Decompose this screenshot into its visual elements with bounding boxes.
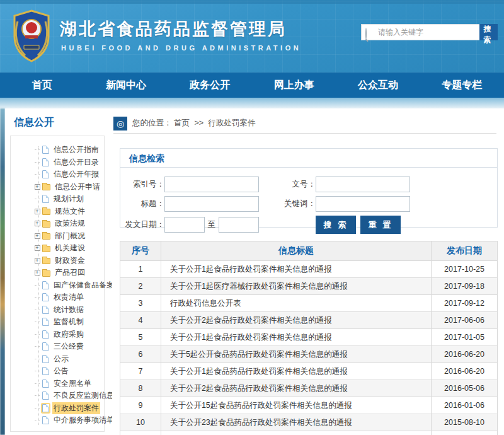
folder-icon — [42, 221, 50, 228]
nav-item-online[interactable]: 网上办事 — [252, 72, 336, 98]
info-search-panel: 信息检索 索引号： 文号： 标题： 关键词： 发文日期： 至 — [120, 148, 498, 228]
sidebar-item[interactable]: 监督机制 — [32, 316, 103, 328]
sidebar-item[interactable]: 国产保健食品备案 — [32, 279, 103, 292]
row-title-link[interactable]: 关于公开2起食品行政处罚案件相关信息的通报 — [161, 312, 431, 329]
keyword-input[interactable] — [316, 196, 410, 212]
sidebar-item[interactable]: 机关建设 — [32, 242, 103, 255]
table-row: 9 关于公开15起食品药品行政处罚案件相关信息的通报 2016-01-06 — [120, 397, 498, 414]
title-input[interactable] — [164, 196, 259, 212]
page: 湖北省食品药品监督管理局 HUBEI FOOD AND DRUG ADMINIS… — [0, 0, 504, 435]
sidebar-item[interactable]: 不良反应监测信息 — [32, 390, 103, 402]
tree-connector — [32, 245, 42, 251]
agency-emblem-logo — [9, 8, 54, 64]
sidebar-item[interactable]: 中介服务事项清单 — [32, 414, 103, 427]
row-title-link[interactable]: 关于公开1起食品药品行政处罚案件相关信息的通报 — [161, 363, 431, 380]
sidebar-item-active[interactable]: 行政处罚案件 — [32, 402, 103, 415]
date-to-label: 至 — [205, 219, 219, 230]
document-icon — [42, 306, 49, 314]
doc-no-input[interactable] — [316, 177, 410, 192]
panel-title: 信息检索 — [120, 149, 497, 168]
row-date: 2016-06-20 — [432, 363, 498, 380]
row-title-link[interactable]: 关于公开23起食品药品行政处罚案件相关信息的通报 — [161, 414, 431, 431]
row-date: 2017-01-05 — [432, 329, 498, 346]
row-title-link[interactable]: 关于公开1起食品行政处罚案件相关信息的通报 — [161, 261, 431, 278]
row-title-link[interactable]: 关于公开2起食品药品行政处罚案件相关信息的通报 — [161, 380, 431, 397]
expand-icon[interactable] — [35, 245, 40, 251]
header-search-input[interactable] — [361, 24, 479, 40]
site-title: 湖北省食品药品监督管理局 — [60, 18, 287, 40]
tree-connector — [32, 346, 42, 347]
sidebar-item[interactable]: 统计数据 — [32, 304, 103, 316]
title-label: 标题： — [120, 199, 164, 209]
sidebar-item[interactable]: 信息公开年报 — [32, 168, 103, 181]
table-row: 3 行政处罚信息公开表 2017-09-12 — [120, 295, 498, 312]
nav-item-special[interactable]: 专题专栏 — [420, 72, 504, 98]
nav-item-news[interactable]: 新闻中心 — [84, 72, 168, 98]
index-no-input[interactable] — [164, 177, 259, 192]
row-title-link[interactable]: 关于公开1起食品行政处罚案件相关信息的通报 — [161, 329, 431, 346]
breadcrumb: ◎ 您的位置： 首页 >> 行政处罚案件 — [113, 113, 496, 134]
row-title-link[interactable]: 关于公开15起食品药品行政处罚案件相关信息的通报 — [161, 397, 431, 414]
sidebar-tree: 信息公开指南 信息公开目录 信息公开年报 信息公开申请 规划计划 规范文件 政策… — [10, 136, 105, 432]
tree-connector — [32, 199, 42, 199]
document-icon — [42, 281, 49, 289]
date-to-input[interactable] — [219, 217, 259, 233]
row-no: 9 — [120, 397, 161, 414]
row-no: 1 — [120, 261, 161, 278]
table-row: 2 关于公开1起医疗器械行政处罚案件相关信息的通报 2017-09-18 — [120, 278, 498, 295]
sidebar-item[interactable]: 产品召回 — [32, 267, 103, 279]
row-title-link[interactable]: 关于5起公开食品药品行政处罚案件相关信息的通报 — [161, 346, 431, 363]
reset-button[interactable]: 重 置 — [360, 216, 401, 234]
folder-icon — [42, 246, 50, 252]
sidebar-item[interactable]: 政府采购 — [32, 328, 103, 341]
expand-icon[interactable] — [35, 270, 40, 276]
tree-connector — [32, 395, 42, 396]
expand-icon[interactable] — [35, 233, 40, 239]
date-from-input[interactable] — [164, 217, 205, 233]
sidebar-item[interactable]: 权责清单 — [32, 291, 103, 304]
row-date: 2017-09-12 — [432, 295, 498, 312]
tree-connector — [32, 285, 42, 286]
expand-icon[interactable] — [35, 258, 40, 264]
folder-icon — [42, 184, 50, 190]
sidebar-item[interactable]: 公示 — [32, 353, 103, 366]
row-date: 2016-05-06 — [432, 380, 498, 397]
sidebar-item[interactable]: 财政资金 — [32, 255, 103, 267]
document-icon — [42, 146, 49, 154]
tree-connector — [32, 174, 42, 175]
folder-icon — [42, 270, 50, 277]
document-icon — [42, 195, 49, 203]
expand-icon[interactable] — [35, 184, 40, 190]
expand-icon[interactable] — [35, 209, 40, 214]
nav-item-interact[interactable]: 公众互动 — [336, 72, 420, 98]
row-title-link[interactable]: 行政处罚信息公开表 — [161, 295, 431, 312]
row-title-link[interactable]: 关于公开1起医疗器械行政处罚案件相关信息的通报 — [161, 278, 431, 295]
document-icon — [42, 404, 49, 412]
breadcrumb-home-link[interactable]: 首页 — [174, 119, 190, 127]
expand-icon[interactable] — [35, 221, 40, 226]
row-date: 2015-08-10 — [432, 414, 498, 431]
sidebar-item[interactable]: 信息公开指南 — [32, 144, 103, 156]
sidebar-item[interactable]: 信息公开目录 — [32, 156, 103, 169]
search-icon — [365, 28, 373, 36]
table-row: 4 关于公开2起食品行政处罚案件相关信息的通报 2017-06-06 — [120, 312, 498, 329]
search-button[interactable]: 搜 索 — [316, 216, 356, 234]
folder-icon — [42, 258, 50, 264]
nav-item-home[interactable]: 首页 — [0, 72, 84, 98]
header-search: 搜 索 — [361, 24, 498, 40]
header-search-button[interactable]: 搜 索 — [479, 24, 498, 40]
sidebar-item[interactable]: 政策法规 — [32, 218, 103, 230]
tree-connector — [32, 221, 42, 226]
sidebar-item[interactable]: 部门概况 — [32, 230, 103, 243]
nav-item-gov[interactable]: 政务公开 — [168, 72, 252, 98]
sidebar-item[interactable]: 规划计划 — [32, 193, 103, 206]
tree-connector — [32, 209, 42, 214]
sidebar-item[interactable]: 信息公开申请 — [32, 181, 103, 194]
sidebar-item[interactable]: 规范文件 — [32, 206, 103, 218]
table-row: 8 关于公开2起食品药品行政处罚案件相关信息的通报 2016-05-06 — [120, 380, 498, 397]
sidebar-item[interactable]: 三公经费 — [32, 340, 103, 353]
sidebar-item[interactable]: 公告 — [32, 365, 103, 378]
row-no: 6 — [120, 346, 161, 363]
sidebar-item[interactable]: 安全黑名单 — [32, 378, 103, 390]
breadcrumb-prefix: 您的位置： — [132, 119, 172, 127]
